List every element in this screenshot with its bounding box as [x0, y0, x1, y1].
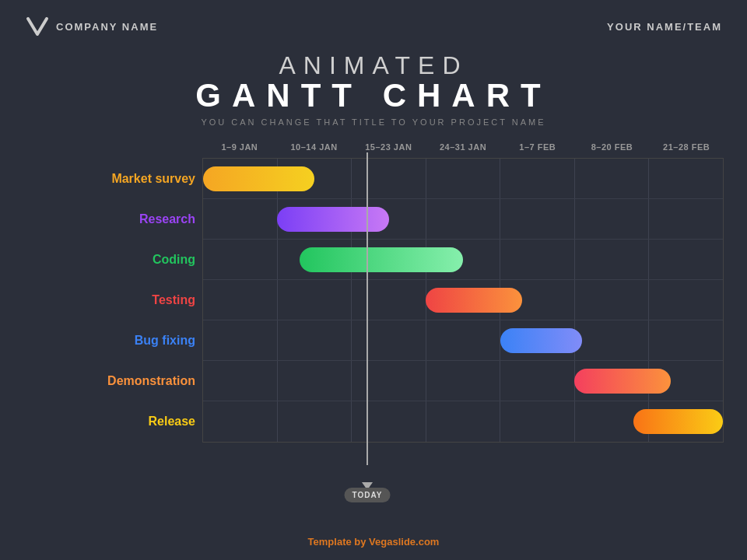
company-name: COMPANY NAME — [56, 21, 158, 33]
footer-brand: Vegaslide.com — [369, 536, 439, 548]
logo-icon — [25, 14, 50, 39]
row-label-4: Bug fixing — [24, 334, 195, 348]
chart-row-1: Research — [203, 199, 723, 240]
timeline-col-4: 1–7 FEB — [500, 142, 575, 158]
title-line2: GANTT CHART — [0, 77, 747, 114]
bar-5 — [574, 369, 671, 394]
row-label-5: Demonstration — [24, 374, 195, 388]
timeline-col-1: 10–14 JAN — [277, 142, 352, 158]
footer: Template by Vegaslide.com — [0, 536, 747, 548]
chart-row-3: Testing — [203, 280, 723, 320]
timeline-header: 1–9 JAN10–14 JAN15–23 JAN24–31 JAN1–7 FE… — [202, 142, 724, 158]
bar-1 — [277, 207, 388, 232]
logo-area: COMPANY NAME — [25, 14, 158, 39]
bar-3 — [426, 288, 522, 313]
chart-row-2: Coding — [203, 240, 723, 280]
footer-text: Template by — [308, 536, 370, 548]
title-section: ANIMATED GANTT CHART YOU CAN CHANGE THAT… — [0, 51, 747, 127]
bar-6 — [633, 409, 723, 434]
timeline-col-0: 1–9 JAN — [202, 142, 277, 158]
chart-row-5: Demonstration — [203, 361, 723, 401]
chart-row-6: Release — [203, 401, 723, 442]
bar-4 — [500, 328, 582, 353]
bar-0 — [203, 166, 314, 191]
today-marker: TODAY — [366, 152, 368, 465]
title-line1: ANIMATED — [0, 51, 747, 80]
row-label-1: Research — [24, 212, 195, 226]
row-label-2: Coding — [24, 253, 195, 267]
your-name: YOUR NAME/TEAM — [607, 21, 722, 33]
today-label: TODAY — [344, 488, 390, 502]
timeline-col-2: 15–23 JAN — [351, 142, 426, 158]
chart-row-0: Market survey — [203, 159, 723, 199]
timeline-col-3: 24–31 JAN — [426, 142, 500, 158]
timeline-col-6: 21–28 FEB — [649, 142, 724, 158]
row-label-0: Market survey — [24, 172, 195, 186]
row-label-6: Release — [24, 415, 195, 429]
bar-2 — [300, 247, 463, 272]
chart-area: 1–9 JAN10–14 JAN15–23 JAN24–31 JAN1–7 FE… — [23, 142, 724, 443]
timeline-col-5: 8–20 FEB — [575, 142, 650, 158]
chart-grid: Market surveyResearchCodingTestingBug fi… — [202, 158, 724, 443]
header: COMPANY NAME YOUR NAME/TEAM — [0, 0, 747, 39]
row-label-3: Testing — [24, 293, 195, 307]
title-subtitle: YOU CAN CHANGE THAT TITLE TO YOUR PROJEC… — [0, 117, 747, 127]
chart-row-4: Bug fixing — [203, 320, 723, 361]
